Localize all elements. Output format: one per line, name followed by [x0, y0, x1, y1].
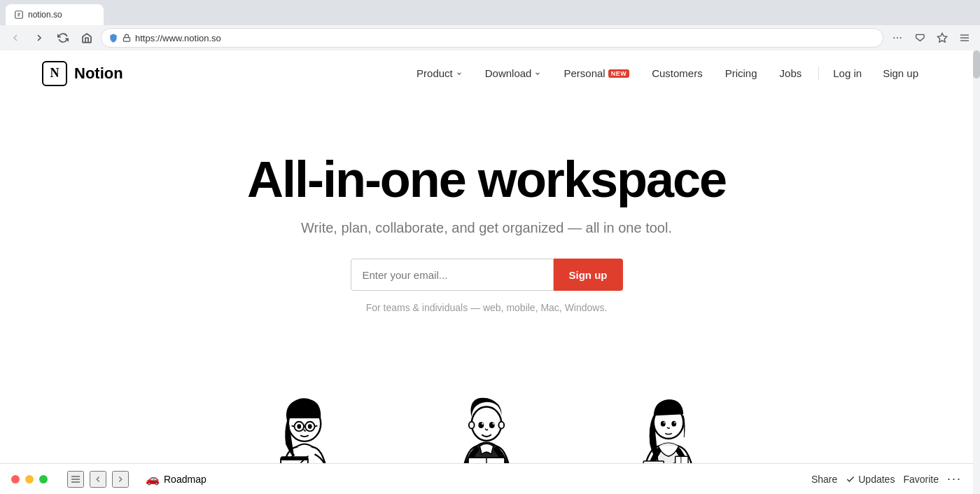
- nav-logo[interactable]: N Notion: [42, 61, 123, 86]
- browser-toolbar: https://www.notion.so: [0, 25, 980, 50]
- personal-new-badge: NEW: [608, 69, 630, 78]
- scrollbar-track[interactable]: [973, 50, 980, 494]
- tab-favicon: [14, 10, 24, 20]
- svg-line-14: [315, 426, 318, 427]
- hero-subtitle: Write, plan, collaborate, and get organi…: [301, 220, 672, 236]
- browser-right-icons: [888, 28, 974, 48]
- reload-button[interactable]: [53, 28, 73, 48]
- logo-icon: N: [42, 61, 67, 86]
- hero-form: Sign up: [351, 259, 623, 291]
- svg-point-2: [893, 37, 895, 39]
- nav-download[interactable]: Download: [474, 62, 553, 85]
- nav-customers-label: Customers: [652, 67, 703, 79]
- product-chevron-icon: [456, 70, 463, 77]
- more-dots-label: ···: [947, 472, 962, 486]
- bottom-bar-right: Share Updates Favorite ···: [811, 472, 962, 486]
- bottom-roadmap: 🚗 Roadmap: [146, 472, 206, 486]
- nav-customers[interactable]: Customers: [640, 62, 714, 85]
- shield-icon: [108, 33, 118, 43]
- tab-title: notion.so: [28, 10, 62, 20]
- download-chevron-icon: [534, 70, 541, 77]
- svg-point-4: [900, 37, 902, 39]
- dot-red: [11, 475, 20, 483]
- favorite-button[interactable]: Favorite: [903, 474, 939, 485]
- svg-point-28: [469, 422, 475, 429]
- back-button[interactable]: [6, 28, 25, 48]
- active-tab[interactable]: notion.so: [6, 4, 104, 25]
- bottom-back-button[interactable]: [90, 471, 106, 488]
- svg-point-42: [671, 421, 676, 427]
- address-bar[interactable]: https://www.notion.so: [101, 28, 883, 48]
- more-button[interactable]: [888, 28, 907, 48]
- logo-text: Notion: [74, 64, 123, 83]
- bottom-forward-button[interactable]: [112, 471, 129, 488]
- nav-signup-label: Sign up: [883, 67, 918, 79]
- hero-title: All-in-one workspace: [247, 152, 726, 207]
- roadmap-emoji: 🚗: [146, 472, 160, 486]
- scrollbar-thumb[interactable]: [973, 50, 980, 78]
- share-button[interactable]: Share: [811, 474, 837, 485]
- roadmap-label: Roadmap: [164, 474, 206, 485]
- email-input[interactable]: [351, 259, 554, 291]
- updates-label: Updates: [858, 474, 895, 485]
- more-options-button[interactable]: ···: [947, 472, 962, 486]
- nav-jobs-label: Jobs: [780, 67, 802, 79]
- dot-yellow: [25, 475, 34, 483]
- nav-pricing[interactable]: Pricing: [714, 62, 769, 85]
- dot-green: [39, 475, 48, 483]
- svg-point-25: [489, 423, 495, 429]
- nav-personal[interactable]: Personal NEW: [552, 62, 640, 85]
- menu-button[interactable]: [955, 28, 974, 48]
- svg-rect-1: [124, 38, 130, 42]
- nav-pricing-label: Pricing: [725, 67, 757, 79]
- nav-divider: [818, 67, 819, 81]
- hero-signup-label: Sign up: [569, 269, 608, 281]
- svg-point-26: [482, 423, 483, 425]
- logo-letter: N: [50, 66, 59, 81]
- nav-login-button[interactable]: Log in: [825, 62, 870, 85]
- hero-signup-button[interactable]: Sign up: [554, 259, 623, 291]
- nav-product-label: Product: [416, 67, 453, 79]
- bottom-bar-left: 🚗 Roadmap: [11, 471, 206, 488]
- star-button[interactable]: [932, 28, 952, 48]
- nav-download-label: Download: [485, 67, 532, 79]
- pocket-button[interactable]: [910, 28, 930, 48]
- nav-jobs[interactable]: Jobs: [769, 62, 813, 85]
- browser-tab-bar: notion.so: [0, 0, 980, 25]
- nav-links: Product Download Personal NEW Customers …: [405, 62, 931, 85]
- svg-point-27: [493, 423, 494, 425]
- svg-point-41: [661, 421, 666, 427]
- home-button[interactable]: [77, 28, 97, 48]
- nav-login-label: Log in: [833, 67, 862, 79]
- svg-point-29: [498, 422, 504, 429]
- bottom-bar: 🚗 Roadmap Share Updates Favorite ···: [0, 463, 973, 494]
- hero-subtext: For teams & individuals — web, mobile, M…: [366, 302, 608, 313]
- nav-personal-label: Personal: [564, 67, 605, 79]
- sidebar-toggle-button[interactable]: [67, 471, 84, 488]
- share-label: Share: [811, 474, 837, 485]
- updates-button[interactable]: Updates: [846, 474, 895, 485]
- url-text: https://www.notion.so: [135, 33, 221, 43]
- svg-point-15: [297, 424, 301, 429]
- svg-point-3: [897, 37, 898, 39]
- check-icon: [846, 474, 855, 484]
- lock-icon: [122, 34, 131, 42]
- svg-point-23: [472, 407, 502, 441]
- svg-line-13: [292, 426, 295, 427]
- nav-product[interactable]: Product: [405, 62, 474, 85]
- nav-signup-button[interactable]: Sign up: [870, 62, 931, 85]
- svg-point-43: [664, 423, 665, 424]
- favorite-label: Favorite: [903, 474, 939, 485]
- svg-point-16: [308, 424, 312, 429]
- page-content: N Notion Product Download Personal NEW C…: [0, 50, 973, 494]
- svg-marker-5: [937, 33, 946, 42]
- svg-point-44: [674, 423, 676, 424]
- forward-button[interactable]: [29, 28, 49, 48]
- main-nav: N Notion Product Download Personal NEW C…: [0, 50, 973, 96]
- hero-section: All-in-one workspace Write, plan, collab…: [0, 96, 973, 348]
- svg-point-24: [478, 423, 484, 429]
